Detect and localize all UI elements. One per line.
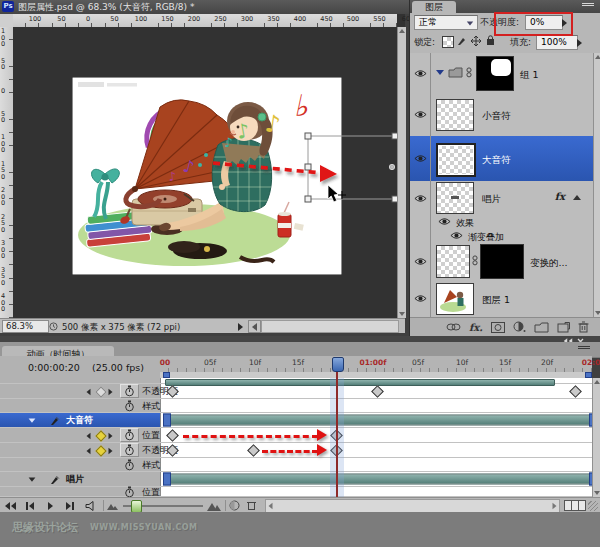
layer-row-5[interactable]: 渐变叠加	[410, 228, 593, 243]
canvas-horizontal-scrollbar[interactable]	[261, 320, 399, 333]
layer-duration-bar[interactable]	[165, 415, 595, 426]
scroll-up-icon[interactable]	[594, 380, 600, 384]
expand-triangle-icon[interactable]	[436, 70, 444, 75]
scroll-down-icon[interactable]	[399, 312, 405, 316]
audio-mute-icon[interactable]	[80, 499, 100, 512]
visibility-cell[interactable]	[410, 242, 431, 280]
zoom-in-timeline-icon[interactable]	[207, 500, 222, 511]
panel-resize-grip[interactable]	[588, 501, 598, 511]
eye-icon[interactable]	[414, 110, 427, 119]
scroll-down-icon[interactable]	[595, 311, 600, 315]
timeline-row-不透明度[interactable]: 不透明度	[0, 443, 592, 458]
layer-row-2[interactable]: 大音符	[410, 136, 593, 182]
previous-frame-button[interactable]	[20, 499, 40, 512]
mask-link-icon[interactable]	[472, 255, 478, 266]
canvas-vertical-scrollbar[interactable]	[397, 27, 406, 318]
lock-transparency-icon[interactable]	[442, 36, 454, 48]
scroll-left-icon[interactable]	[269, 502, 273, 508]
go-to-first-frame-button[interactable]	[0, 499, 20, 512]
transform-overlay[interactable]	[13, 27, 397, 318]
eye-icon[interactable]	[414, 194, 427, 203]
timeline-row-样式[interactable]: 样式	[0, 458, 592, 472]
keyframe-navigator-diamond[interactable]	[95, 445, 106, 456]
track-label-area[interactable]: 位置	[0, 428, 161, 442]
layer-mask-thumbnail[interactable]	[480, 244, 524, 279]
keyframe-diamond[interactable]	[166, 429, 179, 442]
visibility-cell[interactable]	[410, 181, 431, 215]
keyframe-diamond[interactable]	[569, 385, 582, 398]
layer-row-0[interactable]: 组 1	[410, 53, 593, 94]
next-keyframe-icon[interactable]	[109, 432, 113, 438]
scroll-right-icon[interactable]	[553, 502, 557, 508]
eye-icon[interactable]	[414, 154, 427, 163]
next-keyframe-icon[interactable]	[109, 388, 113, 394]
expand-triangle-icon[interactable]	[29, 418, 36, 422]
zoom-level-field[interactable]: 68.3%	[2, 320, 49, 333]
stopwatch[interactable]	[124, 400, 135, 412]
layer-thumbnail[interactable]	[436, 182, 474, 214]
track-label-area[interactable]	[0, 378, 161, 383]
next-frame-button[interactable]	[60, 499, 80, 512]
new-layer-icon[interactable]	[557, 322, 570, 333]
adjustment-layer-icon[interactable]	[513, 321, 526, 333]
layers-scrollbar[interactable]	[593, 53, 600, 317]
visibility-cell[interactable]	[410, 280, 431, 317]
status-menu-arrow-icon[interactable]	[238, 323, 243, 331]
zoom-out-timeline-icon[interactable]	[107, 501, 119, 510]
delete-layer-icon[interactable]	[578, 321, 589, 333]
visibility-cell[interactable]	[410, 53, 431, 93]
layer-row-3[interactable]: 唱片fx	[410, 181, 593, 216]
eye-icon[interactable]	[414, 294, 427, 303]
eye-icon[interactable]	[414, 69, 427, 78]
scroll-up-icon[interactable]	[595, 55, 600, 59]
timeline-row-大音符[interactable]: 大音符	[0, 413, 592, 428]
timeline-zoom-slider[interactable]	[123, 499, 203, 512]
lock-position-icon[interactable]	[471, 36, 481, 46]
mask-link-icon[interactable]	[466, 67, 472, 78]
keyframe-navigator-diamond[interactable]	[95, 430, 106, 441]
track-label-area[interactable]: 大音符	[0, 413, 161, 427]
title-bar[interactable]: Ps 图层属性.psd @ 68.3% (大音符, RGB/8) *	[0, 0, 409, 14]
group-mask-thumbnail[interactable]	[476, 56, 514, 91]
eye-icon[interactable]	[450, 231, 463, 240]
stopwatch[interactable]	[124, 459, 135, 471]
stopwatch-icon[interactable]	[124, 385, 135, 397]
layer-thumbnail[interactable]	[436, 99, 474, 131]
stopwatch-icon[interactable]	[124, 459, 135, 471]
lock-all-icon[interactable]	[486, 35, 495, 46]
visibility-cell[interactable]	[410, 228, 431, 242]
timeline-scrollbar[interactable]	[592, 378, 600, 497]
next-keyframe-icon[interactable]	[109, 447, 113, 453]
collapse-effects-icon[interactable]	[573, 195, 581, 200]
layer-row-6[interactable]: 变换的...	[410, 242, 593, 281]
timeline-row-不透明度[interactable]: 不透明度	[0, 384, 592, 399]
timeline-row-样式[interactable]: 样式	[0, 399, 592, 413]
visibility-cell[interactable]	[410, 215, 431, 228]
track-label-area[interactable]: 位置	[0, 487, 161, 496]
track-label-area[interactable]: 样式	[0, 458, 161, 471]
frame-view-toggle-icon[interactable]	[564, 500, 586, 511]
mask-link[interactable]	[472, 255, 478, 266]
bar-start-cap[interactable]	[163, 414, 171, 427]
timeline-row-位置[interactable]: 位置	[0, 428, 592, 443]
play-button[interactable]	[40, 499, 60, 512]
scroll-down-icon[interactable]	[594, 491, 600, 495]
timeline-horizontal-scrollbar[interactable]	[265, 499, 560, 513]
toggle-onion-skins-icon[interactable]	[229, 500, 240, 511]
stopwatch-icon[interactable]	[124, 444, 135, 456]
timeline-row-位置[interactable]: 位置	[0, 487, 592, 497]
track-label-area[interactable]: 唱片	[0, 472, 161, 486]
layer-row-4[interactable]: 效果	[410, 215, 593, 229]
timeline-row-唱片[interactable]: 唱片	[0, 472, 592, 487]
stopwatch-button[interactable]	[120, 443, 139, 457]
track-label-area[interactable]: 不透明度	[0, 443, 161, 457]
visibility-cell[interactable]	[410, 93, 431, 136]
prev-keyframe-icon[interactable]	[87, 447, 91, 453]
add-mask-icon[interactable]	[491, 322, 505, 333]
keyframe-diamond[interactable]	[247, 444, 260, 457]
bar-start-cap[interactable]	[163, 473, 171, 486]
expand-triangle-icon[interactable]	[29, 477, 36, 481]
layer-row-1[interactable]: 小音符	[410, 93, 593, 137]
layer-duration-bar[interactable]	[165, 474, 595, 485]
timeline-ruler[interactable]: 0005f10f15f01:00f05f10f15f20f02:0	[160, 356, 592, 373]
